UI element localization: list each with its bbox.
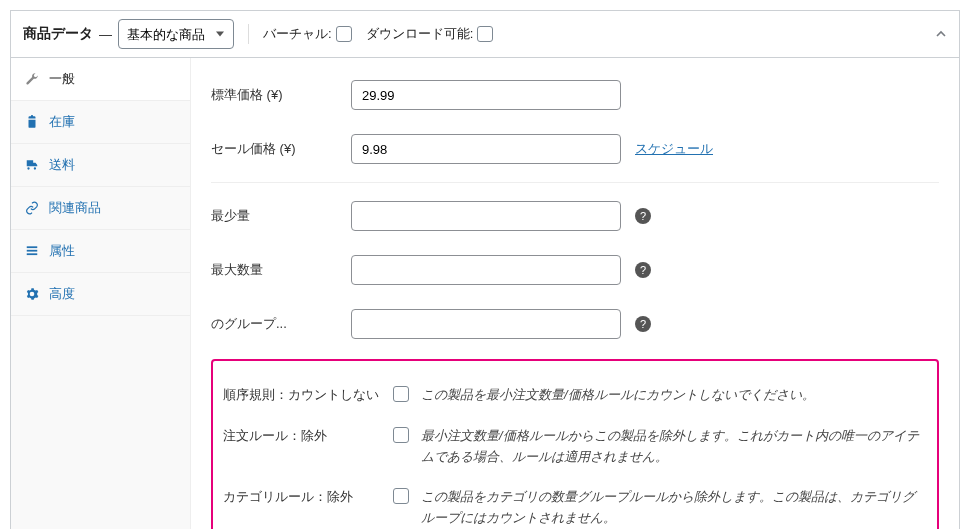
exclude-order-label: 注文ルール：除外 <box>223 426 393 445</box>
tab-linked[interactable]: 関連商品 <box>11 187 190 230</box>
virtual-checkbox[interactable] <box>336 26 352 42</box>
max-qty-label: 最大数量 <box>211 261 351 279</box>
tab-general[interactable]: 一般 <box>11 58 190 101</box>
group-of-row: のグループ... ? <box>211 297 939 351</box>
tab-attributes[interactable]: 属性 <box>11 230 190 273</box>
panel-header: 商品データ — 基本的な商品 バーチャル: ダウンロード可能: <box>11 11 959 58</box>
tab-advanced-label: 高度 <box>49 285 75 303</box>
sale-price-label: セール価格 (¥) <box>211 140 351 158</box>
help-icon[interactable]: ? <box>635 208 651 224</box>
virtual-checkbox-wrap[interactable]: バーチャル: <box>263 25 352 43</box>
exclude-order-checkbox[interactable] <box>393 427 409 443</box>
wrench-icon <box>25 72 39 86</box>
svg-rect-0 <box>27 246 38 248</box>
product-type-select[interactable]: 基本的な商品 <box>118 19 234 49</box>
exclude-order-desc: 最小注文数量/価格ルールからこの製品を除外します。これがカート内の唯一のアイテム… <box>421 426 927 468</box>
regular-price-input[interactable] <box>351 80 621 110</box>
min-qty-label: 最少量 <box>211 207 351 225</box>
downloadable-checkbox-wrap[interactable]: ダウンロード可能: <box>366 25 494 43</box>
min-qty-input[interactable] <box>351 201 621 231</box>
product-data-panel: 商品データ — 基本的な商品 バーチャル: ダウンロード可能: 一般 <box>10 10 960 529</box>
sale-price-input[interactable] <box>351 134 621 164</box>
divider <box>211 182 939 183</box>
dont-count-checkbox[interactable] <box>393 386 409 402</box>
help-icon[interactable]: ? <box>635 316 651 332</box>
svg-rect-2 <box>27 253 38 255</box>
dont-count-label: 順序規則：カウントしない <box>223 385 393 404</box>
downloadable-label: ダウンロード可能: <box>366 25 474 43</box>
exclude-order-row: 注文ルール：除外 最小注文数量/価格ルールからこの製品を除外します。これがカート… <box>223 416 927 478</box>
tab-content: 標準価格 (¥) セール価格 (¥) スケジュール 最少量 ? 最大数量 ? の… <box>191 58 959 529</box>
clipboard-icon <box>25 115 39 129</box>
help-icon[interactable]: ? <box>635 262 651 278</box>
panel-body: 一般 在庫 送料 関連商品 属性 高度 <box>11 58 959 529</box>
virtual-label: バーチャル: <box>263 25 332 43</box>
tab-advanced[interactable]: 高度 <box>11 273 190 316</box>
tab-inventory[interactable]: 在庫 <box>11 101 190 144</box>
exclude-cat-desc: この製品をカテゴリの数量グループルールから除外します。この製品は、カテゴリグルー… <box>421 487 927 529</box>
max-qty-row: 最大数量 ? <box>211 243 939 297</box>
regular-price-label: 標準価格 (¥) <box>211 86 351 104</box>
svg-rect-1 <box>27 250 38 252</box>
exclude-cat-label: カテゴリルール：除外 <box>223 487 393 506</box>
link-icon <box>25 201 39 215</box>
sale-price-row: セール価格 (¥) スケジュール <box>211 122 939 176</box>
gear-icon <box>25 287 39 301</box>
max-qty-input[interactable] <box>351 255 621 285</box>
truck-icon <box>25 158 39 172</box>
tab-shipping-label: 送料 <box>49 156 75 174</box>
regular-price-row: 標準価格 (¥) <box>211 68 939 122</box>
exclude-cat-row: カテゴリルール：除外 この製品をカテゴリの数量グループルールから除外します。この… <box>223 477 927 529</box>
tab-general-label: 一般 <box>49 70 75 88</box>
tab-attributes-label: 属性 <box>49 242 75 260</box>
dont-count-row: 順序規則：カウントしない この製品を最小注文数量/価格ルールにカウントしないでく… <box>223 375 927 416</box>
list-icon <box>25 244 39 258</box>
collapse-toggle-icon[interactable] <box>935 28 947 40</box>
schedule-link[interactable]: スケジュール <box>635 140 713 158</box>
tab-shipping[interactable]: 送料 <box>11 144 190 187</box>
dont-count-desc: この製品を最小注文数量/価格ルールにカウントしないでください。 <box>421 385 927 406</box>
title-dash: — <box>99 27 112 42</box>
tab-inventory-label: 在庫 <box>49 113 75 131</box>
exclude-cat-checkbox[interactable] <box>393 488 409 504</box>
downloadable-checkbox[interactable] <box>477 26 493 42</box>
tabs-sidebar: 一般 在庫 送料 関連商品 属性 高度 <box>11 58 191 529</box>
panel-title: 商品データ <box>23 25 93 43</box>
group-of-label: のグループ... <box>211 315 351 333</box>
highlighted-rules-box: 順序規則：カウントしない この製品を最小注文数量/価格ルールにカウントしないでく… <box>211 359 939 529</box>
group-of-input[interactable] <box>351 309 621 339</box>
min-qty-row: 最少量 ? <box>211 189 939 243</box>
vertical-divider <box>248 24 249 44</box>
tab-linked-label: 関連商品 <box>49 199 101 217</box>
